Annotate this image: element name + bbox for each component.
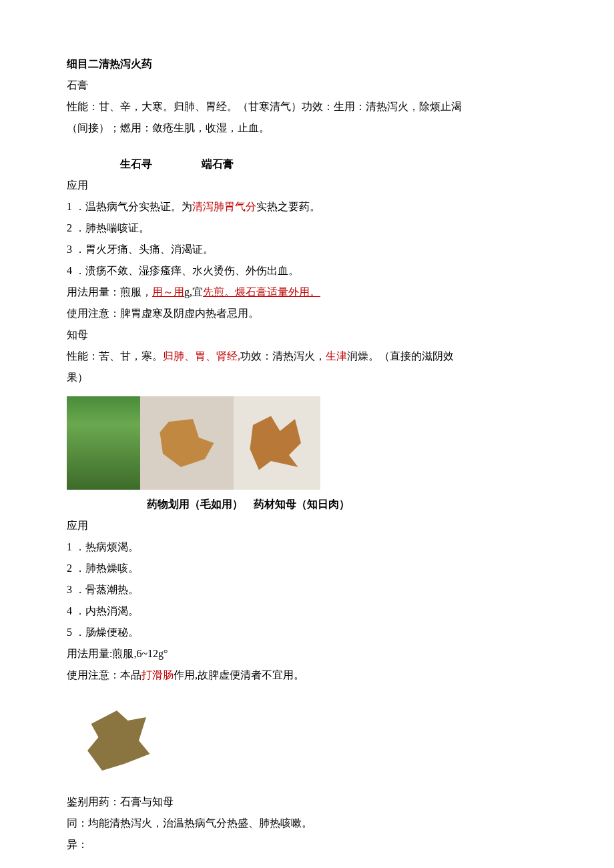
calcined-label: 端石膏 bbox=[155, 158, 234, 169]
dosage-red1: 用～用 bbox=[152, 286, 184, 298]
shigao-app-heading: 应用 bbox=[67, 175, 547, 196]
zhimu-plant-photo bbox=[67, 396, 140, 490]
shigao-app-4: 4 ．溃疡不敛、湿疹瘙痒、水火烫伤、外伤出血。 bbox=[67, 260, 547, 282]
zhimu-props-red1: 归肺、胃、肾经, bbox=[163, 350, 240, 362]
zhimu-app-3: 3 ．骨蒸潮热。 bbox=[67, 579, 547, 600]
zhimu-app-4: 4 ．内热消渴。 bbox=[67, 600, 547, 622]
raw-label: 生石寻 bbox=[67, 158, 152, 169]
zhimu-props-post1: 润燥。（直接的滋阴效 bbox=[347, 350, 454, 362]
app1-pre: 1 ．温热病气分实热证。为 bbox=[67, 201, 192, 212]
zhimu-props-mid: 功效：清热泻火， bbox=[240, 350, 326, 362]
shigao-properties-2: （间接）；燃用：敛疮生肌，收湿，止血。 bbox=[67, 117, 547, 139]
herb-shigao-name: 石膏 bbox=[67, 75, 547, 96]
shigao-app-3: 3 ．胃火牙痛、头痛、消渴证。 bbox=[67, 239, 547, 260]
zhimu-app-2: 2 ．肺热燥咳。 bbox=[67, 558, 547, 579]
zhimu-photo-caption: 药物划用（毛如用） 药材知母（知日肉） bbox=[67, 494, 547, 515]
shigao-properties-1: 性能：甘、辛，大寒。归肺、胃经。（甘寒清气）功效：生用：清热泻火，除烦止渴 bbox=[67, 96, 547, 117]
props-text: 甘、辛，大寒。归肺、胃经。（甘寒清气）功效：生用：清热泻火，除烦止渴 bbox=[99, 101, 462, 112]
zhimu-caution-pre: 使用注意：本品 bbox=[67, 669, 141, 681]
dosage-red2: 先煎。煨石膏适量外用。 bbox=[203, 286, 320, 298]
zhimu-photo-row bbox=[67, 396, 547, 490]
props-label: 性能： bbox=[67, 101, 99, 112]
shigao-dosage: 用法用量：煎服，用～用g,宜先煎。煨石膏适量外用。 bbox=[67, 282, 547, 303]
compare-herb-photo bbox=[67, 694, 167, 787]
zhimu-props-red2: 生津 bbox=[326, 350, 347, 362]
zhimu-app-5: 5 ．肠燥便秘。 bbox=[67, 622, 547, 643]
dosage-pre: 用法用量：煎服， bbox=[67, 286, 152, 298]
compare-same: 同：均能清热泻火，治温热病气分热盛、肺热咳嗽。 bbox=[67, 813, 547, 834]
page-title: 细目二清热泻火药 bbox=[67, 53, 547, 75]
zhimu-caution-red: 打滑肠 bbox=[141, 669, 174, 681]
zhimu-caution: 使用注意：本品打滑肠作用,故脾虚便清者不宜用。 bbox=[67, 665, 547, 686]
caption-text: 药物划用（毛如用） 药材知母（知日肉） bbox=[67, 498, 350, 510]
shigao-caution: 使用注意：脾胃虚寒及阴虚内热者忌用。 bbox=[67, 303, 547, 324]
zhimu-properties-2: 果） bbox=[67, 367, 547, 388]
shigao-form-labels: 生石寻 端石膏 bbox=[67, 153, 547, 175]
app1-post: 实热之要药。 bbox=[256, 201, 320, 212]
spacer bbox=[67, 139, 547, 153]
zhimu-caution-post: 作用,故脾虚便清者不宜用。 bbox=[174, 669, 304, 681]
compare-heading: 鉴别用药：石膏与知母 bbox=[67, 791, 547, 813]
zhimu-herb-photo-1 bbox=[140, 396, 234, 490]
app1-red: 清泻肺胃气分 bbox=[192, 201, 256, 212]
dosage-mid: g,宜 bbox=[184, 286, 203, 298]
zhimu-properties-1: 性能：苦、甘，寒。归肺、胃、肾经,功效：清热泻火，生津润燥。（直接的滋阴效 bbox=[67, 346, 547, 367]
zhimu-dosage: 用法用量:煎服,6~12g° bbox=[67, 643, 547, 665]
compare-diff: 异： bbox=[67, 834, 547, 855]
shigao-app-1: 1 ．温热病气分实热证。为清泻肺胃气分实热之要药。 bbox=[67, 196, 547, 218]
zhimu-app-1: 1 ．热病烦渴。 bbox=[67, 536, 547, 558]
shigao-app-2: 2 ．肺热喘咳证。 bbox=[67, 218, 547, 239]
zhimu-herb-photo-2 bbox=[234, 396, 320, 490]
zhimu-props-pre: 性能：苦、甘，寒。 bbox=[67, 350, 163, 362]
zhimu-app-heading: 应用 bbox=[67, 515, 547, 536]
herb-zhimu-name: 知母 bbox=[67, 324, 547, 346]
